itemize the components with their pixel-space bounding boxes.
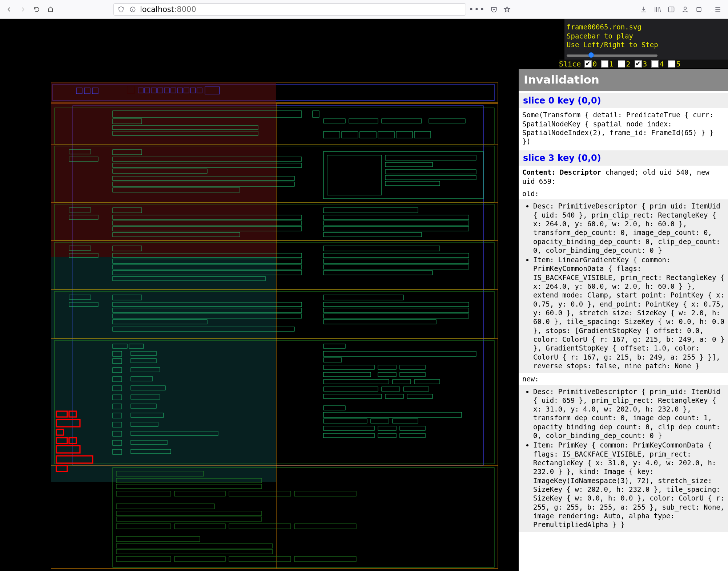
- toolbar-right: [639, 5, 724, 14]
- svg-rect-107: [323, 320, 436, 324]
- svg-point-2: [684, 7, 687, 9]
- svg-rect-49: [342, 131, 358, 138]
- svg-rect-69: [385, 181, 440, 186]
- svg-rect-45: [349, 119, 378, 123]
- svg-rect-47: [429, 119, 465, 123]
- svg-rect-149: [323, 394, 382, 398]
- svg-rect-81: [323, 232, 422, 237]
- svg-rect-187: [116, 544, 273, 548]
- old-label: old:: [519, 188, 728, 199]
- svg-rect-143: [323, 380, 389, 384]
- reload-button[interactable]: [31, 4, 42, 15]
- svg-rect-140: [323, 372, 371, 377]
- list-item: Desc: PrimitiveDescriptor { prim_uid: It…: [533, 387, 725, 440]
- svg-rect-91: [323, 253, 469, 258]
- frame-slider[interactable]: [567, 52, 726, 60]
- page-actions: •••: [469, 5, 515, 14]
- svg-rect-92: [323, 259, 469, 263]
- svg-rect-106: [323, 314, 469, 318]
- svg-rect-138: [378, 365, 396, 369]
- svg-rect-162: [400, 433, 425, 438]
- svg-rect-160: [323, 433, 374, 438]
- svg-rect-90: [323, 246, 440, 251]
- svg-rect-156: [393, 419, 418, 423]
- svg-rect-141: [378, 372, 396, 377]
- slice-3-content-line: Content: Descriptor changed; old uid 540…: [519, 166, 728, 188]
- slice-0-body: Some(Transform { detail: PredicateTrue {…: [519, 108, 728, 148]
- new-list: Desc: PrimitiveDescriptor { prim_uid: It…: [519, 385, 728, 532]
- page-actions-menu[interactable]: •••: [469, 5, 485, 14]
- invalidation-panel[interactable]: Invalidation slice 0 key (0,0) Some(Tran…: [519, 69, 728, 571]
- new-label: new:: [519, 373, 728, 385]
- svg-rect-158: [378, 426, 396, 430]
- svg-rect-159: [400, 426, 425, 430]
- browser-toolbar: localhost:8000 •••: [0, 0, 728, 19]
- forward-button[interactable]: [17, 4, 28, 15]
- svg-rect-181: [116, 517, 262, 521]
- svg-rect-177: [229, 491, 291, 496]
- info-icon[interactable]: [128, 5, 137, 14]
- list-item: Item: LinearGradientKey { common: PrimKe…: [533, 255, 725, 370]
- tile-overlay-svg: [51, 82, 509, 571]
- svg-rect-67: [385, 170, 476, 174]
- svg-rect-44: [323, 119, 345, 123]
- svg-rect-80: [323, 227, 469, 231]
- download-icon[interactable]: [639, 5, 648, 14]
- shield-icon: [117, 5, 125, 14]
- bookmark-star-icon[interactable]: [503, 5, 511, 14]
- url-bar[interactable]: localhost:8000: [113, 3, 466, 16]
- svg-rect-152: [323, 406, 345, 410]
- back-button[interactable]: [4, 4, 15, 15]
- slice-checkbox-2[interactable]: [618, 60, 625, 68]
- svg-rect-174: [116, 484, 262, 489]
- svg-rect-176: [174, 491, 225, 496]
- svg-rect-139: [400, 365, 425, 369]
- panel-title: Invalidation: [519, 69, 728, 91]
- url-text: localhost:8000: [140, 5, 196, 14]
- svg-rect-135: [323, 351, 476, 356]
- svg-rect-94: [323, 271, 433, 275]
- svg-rect-79: [323, 221, 469, 225]
- visualization-canvas[interactable]: [0, 19, 519, 571]
- hint-step: Use Left/Right to Step: [567, 40, 726, 49]
- svg-rect-134: [323, 344, 345, 348]
- account-icon[interactable]: [681, 5, 689, 14]
- svg-rect-147: [382, 387, 400, 391]
- slice-checkbox-1[interactable]: [601, 60, 608, 68]
- svg-rect-65: [385, 155, 476, 160]
- svg-rect-8: [51, 82, 276, 257]
- old-list: Desc: PrimitiveDescriptor { prim_uid: It…: [519, 199, 728, 373]
- slice-checkbox-4[interactable]: [651, 60, 659, 68]
- svg-rect-178: [294, 491, 356, 496]
- extension-icon[interactable]: [695, 5, 703, 14]
- svg-rect-40: [313, 111, 319, 117]
- slice-bar: Slice 0 1 2 3 4 5: [559, 60, 728, 68]
- svg-rect-1: [669, 7, 674, 12]
- pocket-icon[interactable]: [490, 5, 498, 14]
- home-button[interactable]: [45, 4, 56, 15]
- svg-rect-66: [385, 162, 433, 167]
- library-icon[interactable]: [653, 5, 662, 14]
- slice-checkbox-3[interactable]: [635, 60, 642, 68]
- svg-rect-150: [385, 394, 403, 398]
- slice-checkbox-5[interactable]: [668, 60, 675, 68]
- menu-icon[interactable]: [713, 5, 722, 14]
- list-item: Item: PrimKey { common: PrimKeyCommonDat…: [533, 441, 725, 529]
- svg-rect-188: [116, 550, 273, 554]
- hint-play: Spacebar to play: [567, 32, 726, 41]
- svg-rect-77: [323, 208, 418, 213]
- svg-rect-192: [294, 556, 356, 562]
- svg-rect-153: [323, 412, 462, 417]
- frame-header: frame00065.ron.svg Spacebar to play Use …: [564, 19, 728, 62]
- svg-rect-191: [229, 556, 291, 562]
- sidebar-icon[interactable]: [667, 5, 676, 14]
- svg-rect-50: [360, 131, 376, 138]
- frame-filename: frame00065.ron.svg: [567, 23, 726, 32]
- svg-rect-51: [378, 131, 394, 138]
- svg-rect-3: [697, 7, 701, 12]
- svg-rect-182: [116, 524, 171, 529]
- slice-checkbox-0[interactable]: [584, 60, 592, 68]
- svg-rect-68: [385, 175, 476, 180]
- svg-rect-175: [116, 491, 171, 496]
- svg-rect-161: [378, 433, 396, 438]
